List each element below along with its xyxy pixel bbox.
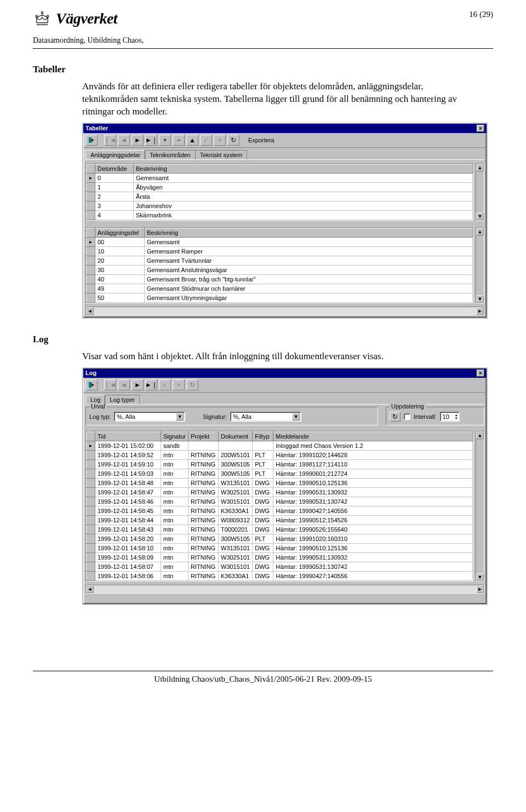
table-row[interactable]: 1999-12-01 14:58:45mtnRITNINGK36330A1DWG…: [87, 506, 473, 515]
table-row[interactable]: 1999-12-01 14:58:06mtnRITNINGK36330A1DWG…: [87, 571, 473, 580]
scroll-down-icon[interactable]: ▼: [476, 295, 484, 303]
table-row[interactable]: 1999-12-01 14:59:03mtnRITNING300W5105PLT…: [87, 469, 473, 478]
column-header[interactable]: Filtyp: [253, 431, 273, 441]
refresh-icon[interactable]: ↻: [390, 412, 401, 422]
table-row[interactable]: 50Gemensamt Utrymningsvägar: [87, 293, 473, 302]
row-selector[interactable]: [87, 469, 95, 478]
column-header[interactable]: Beskrivning: [145, 228, 473, 237]
row-selector[interactable]: [87, 210, 95, 220]
table-row[interactable]: ▸0Gemensamt: [87, 173, 473, 182]
table-row[interactable]: ▸1999-12-01 15:02:00sandbInloggad med Ch…: [87, 441, 473, 450]
chevron-down-icon[interactable]: ▼: [176, 413, 184, 421]
table-row[interactable]: 20Gemensamt Tvärtunnlar: [87, 256, 473, 265]
scroll-left-icon[interactable]: ◄: [86, 307, 94, 315]
add-icon[interactable]: +: [159, 135, 171, 146]
scroll-up-icon[interactable]: ▲: [476, 164, 484, 171]
table-row[interactable]: 1999-12-01 14:59:52mtnRITNING200W5101PLT…: [87, 450, 473, 459]
row-selector[interactable]: [87, 487, 95, 497]
scrollbar-vertical[interactable]: ▲ ▼: [476, 163, 484, 221]
tab-log[interactable]: Log: [85, 395, 105, 404]
row-selector[interactable]: [87, 450, 95, 459]
row-selector[interactable]: [87, 201, 95, 210]
refresh-icon[interactable]: ↻: [227, 135, 239, 146]
grid-log[interactable]: TidSignaturProjektDokumentFiltypMeddelan…: [85, 431, 473, 581]
resize-grip-icon[interactable]: ⋰: [83, 596, 487, 604]
grid-anlaggningsdel[interactable]: AnläggningsdelBeskrivning▸00Gemensamt10G…: [85, 227, 473, 303]
check-icon[interactable]: ✓: [200, 135, 212, 146]
table-row[interactable]: 1999-12-01 14:58:47mtnRITNINGW3025101DWG…: [87, 487, 473, 497]
row-selector[interactable]: [87, 192, 95, 201]
table-row[interactable]: 4Skärmarbrink: [87, 210, 473, 220]
scrollbar-vertical[interactable]: ▲ ▼: [476, 227, 484, 303]
check-icon[interactable]: ✓: [159, 379, 171, 390]
row-selector[interactable]: [87, 459, 95, 469]
tab-tekniskt-system[interactable]: Tekniskt system: [195, 150, 248, 159]
row-selector[interactable]: [87, 562, 95, 571]
row-selector[interactable]: [87, 506, 95, 515]
scrollbar-vertical[interactable]: ▲ ▼: [476, 431, 484, 581]
last-icon[interactable]: ►❘: [145, 379, 157, 390]
row-selector[interactable]: ▸: [87, 173, 95, 182]
next-icon[interactable]: ►: [132, 135, 144, 146]
table-row[interactable]: 1999-12-01 14:58:44mtnRITNINGW0809312DWG…: [87, 515, 473, 525]
row-selector[interactable]: [87, 182, 95, 192]
row-selector[interactable]: [87, 534, 95, 543]
column-header[interactable]: Tid: [95, 431, 161, 441]
scroll-up-icon[interactable]: ▲: [476, 431, 484, 439]
table-row[interactable]: 1999-12-01 14:58:46mtnRITNINGW3015101DWG…: [87, 497, 473, 506]
titlebar[interactable]: Log ×: [83, 368, 487, 378]
table-row[interactable]: 1999-12-01 14:58:20mtnRITNING300W5105PLT…: [87, 534, 473, 543]
exit-icon[interactable]: [85, 135, 98, 146]
column-header[interactable]: Dokument: [219, 431, 253, 441]
table-row[interactable]: 1999-12-01 14:58:07mtnRITNINGW3015101DWG…: [87, 562, 473, 571]
row-selector[interactable]: [87, 552, 95, 562]
table-row[interactable]: 10Gemensamt Ramper: [87, 246, 473, 256]
row-selector[interactable]: [87, 571, 95, 580]
column-header[interactable]: Delområde: [95, 164, 134, 173]
row-selector[interactable]: [87, 274, 95, 284]
prev-icon[interactable]: ◄: [118, 379, 130, 390]
titlebar[interactable]: Tabeller ×: [83, 124, 487, 133]
tab-teknikomraden[interactable]: Teknikområden: [145, 150, 196, 159]
table-row[interactable]: ▸00Gemensamt: [87, 237, 473, 246]
scroll-down-icon[interactable]: ▼: [476, 573, 484, 581]
scroll-down-icon[interactable]: ▼: [476, 212, 484, 220]
row-selector[interactable]: ▸: [87, 237, 95, 246]
scroll-right-icon[interactable]: ►: [476, 307, 484, 315]
table-row[interactable]: 1999-12-01 14:58:48mtnRITNINGW3135101DWG…: [87, 478, 473, 487]
first-icon[interactable]: ❘◄: [104, 135, 116, 146]
chevron-down-icon[interactable]: ▼: [292, 413, 300, 421]
tab-log-typer[interactable]: Log typer: [105, 395, 140, 404]
row-selector[interactable]: ▸: [87, 441, 95, 450]
next-icon[interactable]: ►: [132, 379, 144, 390]
first-icon[interactable]: ❘◄: [104, 379, 116, 390]
table-row[interactable]: 3Johanneshov: [87, 201, 473, 210]
row-selector[interactable]: [87, 293, 95, 302]
tab-anlaggningsdelar[interactable]: Anläggninggsdelar: [85, 150, 145, 159]
last-icon[interactable]: ►❘: [145, 135, 157, 146]
row-selector[interactable]: [87, 515, 95, 525]
table-row[interactable]: 1999-12-01 14:59:10mtnRITNING300W5105PLT…: [87, 459, 473, 469]
table-row[interactable]: 1999-12-01 14:58:43mtnRITNINGT0000201DWG…: [87, 525, 473, 534]
cancel-icon[interactable]: ×: [214, 135, 226, 146]
scroll-right-icon[interactable]: ►: [476, 585, 484, 593]
row-selector[interactable]: [87, 543, 95, 552]
remove-icon[interactable]: −: [173, 135, 185, 146]
close-icon[interactable]: ×: [477, 125, 484, 132]
table-row[interactable]: 2Årsta: [87, 192, 473, 201]
table-row[interactable]: 40Gemensamt Broar, tråg och "btg-tunnlar…: [87, 274, 473, 284]
prev-icon[interactable]: ◄: [118, 135, 130, 146]
row-selector[interactable]: [87, 284, 95, 293]
table-row[interactable]: 1999-12-01 14:58:09mtnRITNINGW3025101DWG…: [87, 552, 473, 562]
grid-delomrade[interactable]: DelområdeBeskrivning▸0Gemensamt1Åbyvägen…: [85, 163, 473, 221]
up-icon[interactable]: ▲: [186, 135, 198, 146]
row-selector[interactable]: [87, 246, 95, 256]
row-selector[interactable]: [87, 256, 95, 265]
row-selector[interactable]: [87, 525, 95, 534]
column-header[interactable]: Anläggningsdel: [95, 228, 145, 237]
scrollbar-horizontal[interactable]: ◄ ►: [85, 307, 484, 315]
column-header[interactable]: Projekt: [188, 431, 219, 441]
export-label[interactable]: Exportera: [248, 137, 275, 143]
scrollbar-horizontal[interactable]: ◄ ►: [85, 585, 484, 594]
scroll-up-icon[interactable]: ▲: [476, 228, 484, 235]
